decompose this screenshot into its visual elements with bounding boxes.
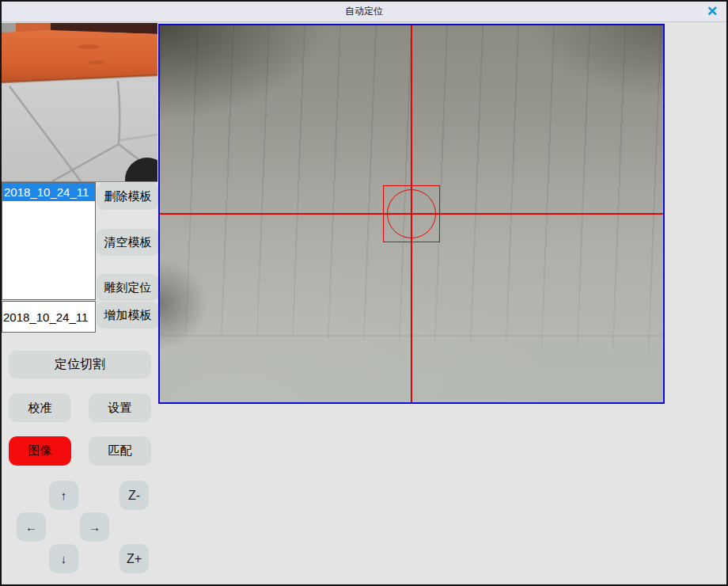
settings-button[interactable]: 设置 bbox=[89, 394, 151, 422]
template-preview-image bbox=[2, 23, 157, 182]
arrow-left-icon: ← bbox=[25, 520, 37, 534]
jog-right-button[interactable]: → bbox=[80, 512, 109, 542]
match-button[interactable]: 匹配 bbox=[89, 436, 151, 466]
add-template-button[interactable]: 增加模板 bbox=[97, 302, 159, 329]
dialog-title: 自动定位 bbox=[345, 5, 383, 18]
camera-viewport[interactable] bbox=[158, 24, 665, 404]
auto-position-dialog: 自动定位 ✕ bbox=[0, 0, 728, 586]
image-button-active[interactable]: 图像 bbox=[9, 436, 71, 466]
calibrate-button[interactable]: 校准 bbox=[9, 394, 71, 422]
clear-templates-button[interactable]: 清空模板 bbox=[97, 229, 159, 256]
jog-z-plus-button[interactable]: Z+ bbox=[119, 544, 149, 573]
template-list-item-selected[interactable]: 2018_10_24_11 bbox=[2, 183, 95, 201]
z-plus-label: Z+ bbox=[127, 552, 142, 566]
jog-down-button[interactable]: ↓ bbox=[49, 544, 78, 573]
template-preview-graphic bbox=[2, 23, 157, 181]
jog-up-button[interactable]: ↑ bbox=[49, 481, 78, 510]
delete-template-button[interactable]: 删除模板 bbox=[97, 183, 159, 210]
arrow-down-icon: ↓ bbox=[61, 552, 67, 565]
close-icon[interactable]: ✕ bbox=[704, 4, 720, 20]
jog-z-minus-button[interactable]: Z- bbox=[119, 481, 149, 510]
jog-left-button[interactable]: ← bbox=[17, 512, 46, 542]
target-circle bbox=[387, 189, 436, 238]
arrow-right-icon: → bbox=[89, 520, 100, 534]
template-list[interactable]: 2018_10_24_11 bbox=[2, 182, 96, 300]
z-minus-label: Z- bbox=[128, 489, 140, 503]
engrave-position-button[interactable]: 雕刻定位 bbox=[97, 274, 159, 301]
position-cut-button[interactable]: 定位切割 bbox=[9, 351, 151, 379]
dialog-titlebar[interactable]: 自动定位 ✕ bbox=[2, 2, 726, 22]
arrow-up-icon: ↑ bbox=[61, 489, 67, 502]
template-name-input[interactable] bbox=[2, 301, 96, 333]
